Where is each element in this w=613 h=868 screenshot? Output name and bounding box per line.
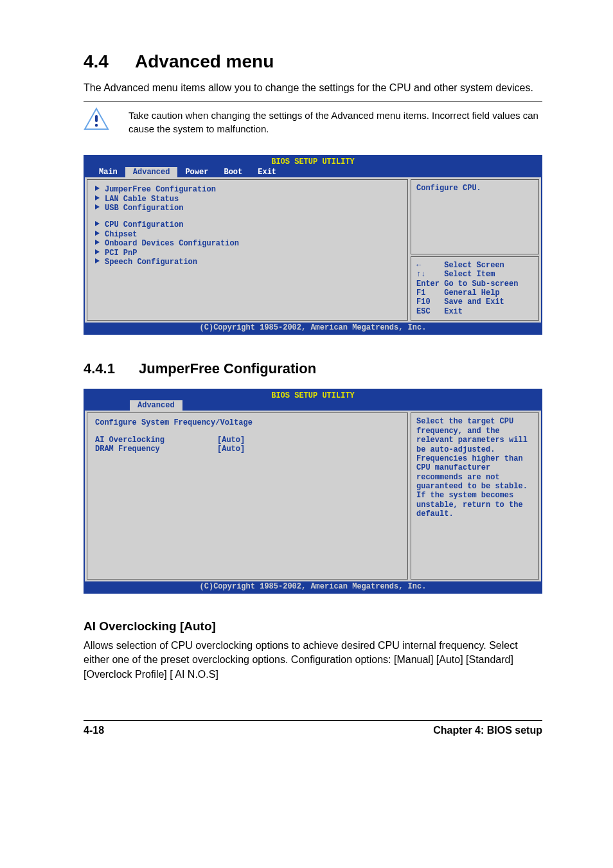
section-number: 4.4 — [84, 51, 135, 72]
key-hint: ← Select Screen — [416, 261, 533, 270]
section-label: Configure System Frequency/Voltage — [95, 418, 400, 427]
setting-value: [Auto] — [217, 445, 245, 454]
setting-value: [Auto] — [217, 436, 245, 445]
bios-copyright: (C)Copyright 1985-2002, American Megatre… — [85, 581, 541, 592]
submenu-arrow-icon — [95, 231, 100, 236]
bios-copyright: (C)Copyright 1985-2002, American Megatre… — [85, 323, 541, 333]
intro-text: The Advanced menu items allow you to cha… — [84, 81, 542, 95]
submenu-arrow-icon — [95, 249, 100, 254]
bios-screenshot-advanced: BIOS SETUP UTILITY Main Advanced Power B… — [84, 155, 542, 334]
subsection-number: 4.4.1 — [84, 360, 139, 377]
submenu-arrow-icon — [95, 186, 100, 191]
section-heading: 4.4Advanced menu — [84, 51, 542, 72]
menu-label: JumperFree Configuration — [105, 185, 216, 194]
submenu-arrow-icon — [95, 240, 100, 245]
menu-label: LAN Cable Status — [105, 195, 179, 204]
bios-help-text: Select the target CPU frequency, and the… — [411, 412, 539, 580]
menu-label: Speech Configuration — [105, 258, 197, 267]
submenu-arrow-icon — [95, 195, 100, 200]
option-description: Allows selection of CPU overclocking opt… — [84, 639, 542, 682]
subsection-title: JumperFree Configuration — [139, 360, 316, 376]
submenu-arrow-icon — [95, 204, 100, 209]
menu-label: CPU Configuration — [105, 220, 183, 229]
menu-item[interactable]: Chipset — [95, 230, 400, 239]
caution-text: Take caution when changing the settings … — [129, 107, 542, 136]
divider — [84, 102, 542, 102]
key-hint: F10 Save and Exit — [416, 297, 533, 306]
bios-tabs: Main Advanced Power Boot Exit — [85, 167, 541, 177]
bios-menu-pane: JumperFree Configuration LAN Cable Statu… — [87, 179, 408, 321]
tab-power[interactable]: Power — [177, 167, 216, 177]
menu-item[interactable]: Speech Configuration — [95, 258, 400, 267]
setting-row[interactable]: AI Overclocking [Auto] — [95, 436, 400, 445]
menu-item[interactable]: Onboard Devices Configuration — [95, 239, 400, 248]
setting-label: DRAM Frequency — [95, 445, 217, 454]
key-hint: F1 General Help — [416, 288, 533, 297]
menu-item[interactable]: LAN Cable Status — [95, 195, 400, 204]
menu-label: Chipset — [105, 230, 137, 239]
key-hint: Enter Go to Sub-screen — [416, 279, 533, 288]
menu-item[interactable]: PCI PnP — [95, 249, 400, 258]
bios-title: BIOS SETUP UTILITY — [85, 390, 541, 400]
tab-advanced[interactable]: Advanced — [130, 400, 182, 411]
page-number: 4-18 — [84, 725, 104, 736]
bios-key-legend: ← Select Screen ↑↓ Select Item Enter Go … — [411, 256, 539, 321]
bios-screenshot-jumperfree: BIOS SETUP UTILITY Advanced Configure Sy… — [84, 389, 542, 594]
bios-menu-pane: Configure System Frequency/Voltage AI Ov… — [87, 412, 408, 580]
key-hint: ↑↓ Select Item — [416, 270, 533, 279]
tab-exit[interactable]: Exit — [250, 167, 284, 177]
caution-block: Take caution when changing the settings … — [84, 107, 542, 136]
tab-main[interactable]: Main — [91, 167, 125, 177]
subsection-heading: 4.4.1JumperFree Configuration — [84, 360, 542, 377]
bios-tabs: Advanced — [85, 400, 541, 411]
menu-label: USB Configuration — [105, 204, 183, 213]
tab-boot[interactable]: Boot — [216, 167, 250, 177]
tab-advanced[interactable]: Advanced — [125, 167, 178, 177]
option-heading: AI Overclocking [Auto] — [84, 619, 542, 633]
menu-label: PCI PnP — [105, 249, 137, 258]
menu-item[interactable]: JumperFree Configuration — [95, 185, 400, 194]
key-hint: ESC Exit — [416, 307, 533, 316]
menu-label: Onboard Devices Configuration — [105, 239, 239, 248]
submenu-arrow-icon — [95, 221, 100, 226]
menu-item[interactable]: CPU Configuration — [95, 220, 400, 229]
warning-icon — [84, 107, 109, 130]
page-footer: 4-18 Chapter 4: BIOS setup — [84, 720, 542, 736]
bios-title: BIOS SETUP UTILITY — [85, 156, 541, 166]
submenu-arrow-icon — [95, 258, 100, 263]
svg-rect-1 — [95, 115, 98, 122]
chapter-label: Chapter 4: BIOS setup — [433, 725, 542, 736]
menu-item[interactable]: USB Configuration — [95, 204, 400, 213]
section-title: Advanced menu — [135, 51, 274, 71]
setting-label: AI Overclocking — [95, 436, 217, 445]
svg-point-2 — [95, 124, 98, 127]
setting-row[interactable]: DRAM Frequency [Auto] — [95, 445, 400, 454]
bios-help-text: Configure CPU. — [411, 179, 539, 254]
